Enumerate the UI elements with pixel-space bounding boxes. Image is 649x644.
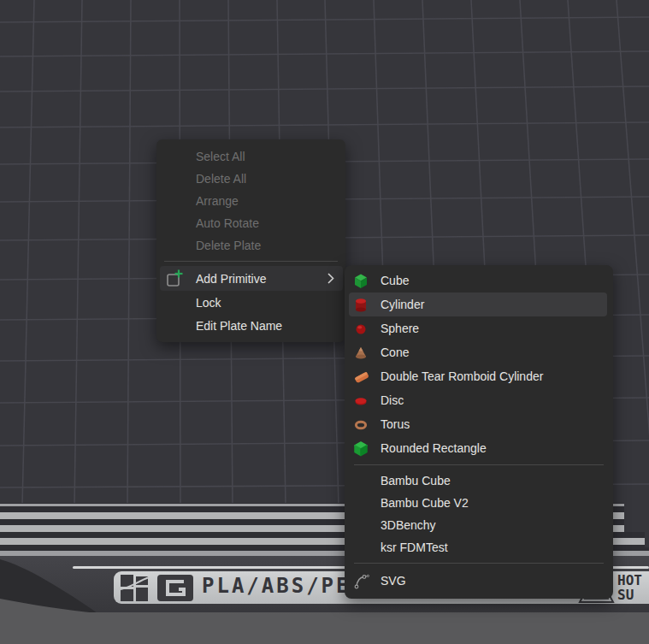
menu-item-delete-plate: Delete Plate: [156, 234, 345, 257]
hot-surface-warning-text: HOT SU: [617, 573, 649, 604]
submenu-item-label: Bambu Cube: [381, 474, 451, 487]
submenu-item-label: Bambu Cube V2: [381, 496, 469, 510]
menu-item-add-primitive[interactable]: Add Primitive: [160, 266, 343, 291]
menu-item-auto-rotate: Auto Rotate: [156, 212, 345, 234]
submenu-item-label: Cylinder: [381, 298, 424, 311]
submenu-item-cylinder[interactable]: Cylinder: [349, 292, 607, 316]
submenu-separator: [354, 464, 604, 465]
submenu-item-torus[interactable]: Torus: [345, 412, 613, 436]
submenu-item-label: Torus: [381, 417, 410, 431]
submenu-item-3dbenchy[interactable]: 3DBenchy: [345, 514, 613, 536]
menu-item-delete-all: Delete All: [156, 168, 345, 190]
submenu-item-label: Cube: [381, 274, 409, 287]
menu-item-edit-plate-name[interactable]: Edit Plate Name: [156, 314, 345, 337]
torus-icon: [354, 417, 368, 433]
submenu-item-double-tear-romboid-cylinder[interactable]: Double Tear Romboid Cylinder: [345, 364, 613, 388]
submenu-item-svg[interactable]: SVG: [345, 568, 613, 594]
submenu-item-ksr-fdmtest[interactable]: ksr FDMTest: [345, 536, 613, 558]
menu-item-label: Select All: [196, 150, 245, 163]
menu-separator: [164, 261, 338, 262]
submenu-item-disc[interactable]: Disc: [345, 388, 613, 412]
submenu-item-cube[interactable]: Cube: [345, 269, 613, 292]
submenu-item-label: Sphere: [381, 322, 419, 335]
submenu-item-label: ksr FDMTest: [381, 541, 448, 554]
submenu-item-label: Cone: [381, 346, 409, 359]
menu-item-label: Delete All: [196, 172, 246, 186]
viewport-floor: [0, 612, 649, 644]
cube-icon: [354, 274, 368, 289]
menu-item-label: Edit Plate Name: [196, 319, 282, 333]
plate-edge-step: [645, 503, 649, 547]
submenu-item-label: Double Tear Romboid Cylinder: [381, 369, 543, 383]
bezier-curve-icon: [354, 574, 369, 589]
rounded-rectangle-icon: [354, 441, 368, 457]
submenu-item-label: SVG: [381, 574, 406, 588]
plate-corner-chamfer: [0, 556, 103, 613]
menu-item-select-all: Select All: [156, 145, 345, 168]
menu-item-label: Lock: [196, 296, 221, 310]
submenu-item-label: Disc: [381, 393, 404, 407]
hot-warning-line1: HOT: [617, 573, 649, 588]
submenu-separator: [354, 563, 604, 564]
menu-item-label: Auto Rotate: [196, 216, 259, 230]
submenu-item-rounded-rectangle[interactable]: Rounded Rectangle: [345, 436, 613, 460]
submenu-item-bambu-cube[interactable]: Bambu Cube: [345, 470, 613, 492]
hot-warning-line2: SU: [617, 588, 649, 602]
submenu-item-label: 3DBenchy: [381, 518, 436, 532]
menu-item-label: Arrange: [196, 194, 239, 208]
submenu-item-cone[interactable]: Cone: [345, 340, 613, 364]
plate-context-menu: Select All Delete All Arrange Auto Rotat…: [156, 139, 345, 342]
add-plate-plus-icon: [165, 269, 184, 288]
submenu-item-bambu-cube-v2[interactable]: Bambu Cube V2: [345, 492, 613, 514]
cylinder-icon: [354, 298, 368, 313]
menu-item-lock[interactable]: Lock: [156, 291, 345, 314]
disc-icon: [354, 393, 368, 409]
menu-item-arrange: Arrange: [156, 190, 345, 212]
chevron-right-icon: [327, 273, 334, 284]
menu-item-label: Delete Plate: [196, 239, 261, 252]
sphere-icon: [354, 322, 368, 337]
cone-icon: [354, 346, 368, 361]
plate-brand-logo-icon: [121, 575, 150, 601]
submenu-item-sphere[interactable]: Sphere: [345, 316, 613, 340]
submenu-item-label: Rounded Rectangle: [381, 441, 487, 455]
menu-item-label: Add Primitive: [196, 272, 266, 286]
add-primitive-submenu: Cube Cylinder Sphere Cone Do: [345, 265, 613, 599]
romboid-cylinder-icon: [354, 369, 369, 385]
plate-maker-logo-icon: [157, 575, 193, 601]
